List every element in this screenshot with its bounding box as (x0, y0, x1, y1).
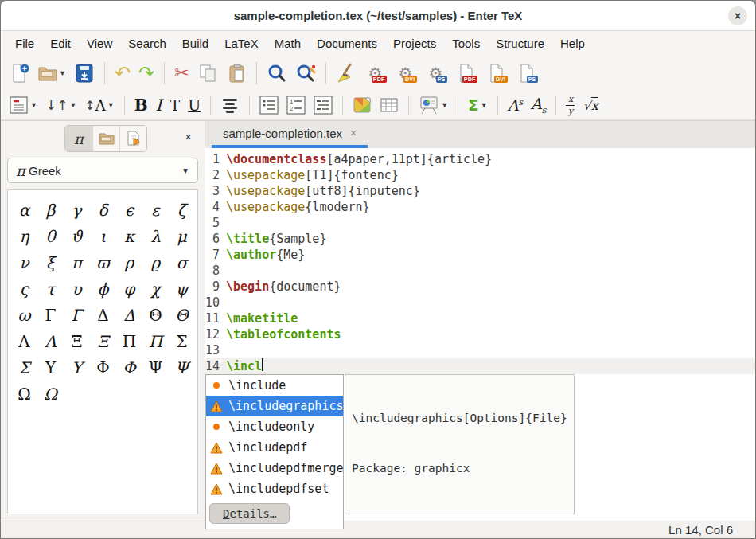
copy-button[interactable] (193, 59, 222, 88)
menu-search[interactable]: Search (120, 34, 174, 53)
find-replace-button[interactable] (291, 59, 320, 88)
greek-symbol[interactable]: Γ (37, 302, 64, 328)
view-pdf-button[interactable]: PDF (451, 59, 481, 88)
greek-symbol[interactable]: Ξ (64, 328, 90, 354)
center-align-button[interactable] (216, 93, 244, 117)
code-line-3[interactable]: 3\usepackage[utf8]{inputenc} (205, 183, 755, 199)
greek-symbol[interactable]: γ (64, 197, 90, 223)
greek-symbol[interactable]: η (11, 223, 37, 249)
greek-symbol[interactable]: Ψ (169, 354, 195, 381)
greek-symbol[interactable]: ν (11, 249, 37, 275)
menu-file[interactable]: File (7, 34, 42, 53)
sqrt-button[interactable]: √x (579, 93, 602, 117)
window-close-button[interactable]: × (728, 6, 747, 25)
menu-view[interactable]: View (79, 34, 120, 53)
sidebar-symbols-tab[interactable]: π (65, 126, 92, 151)
completion-item[interactable]: \includepdfmerge (206, 458, 343, 478)
code-line-7[interactable]: 7\author{Me} (205, 247, 755, 263)
fraction-button[interactable]: xy (562, 93, 579, 117)
code-line-12[interactable]: 12\tableofcontents (205, 326, 755, 342)
greek-symbol[interactable]: Ξ (90, 328, 116, 354)
code-line-4[interactable]: 4\usepackage{lmodern} (205, 199, 755, 215)
completion-item[interactable]: \includepdf (206, 437, 343, 458)
subscript-button[interactable]: As (527, 93, 550, 117)
code-line-5[interactable]: 5 (205, 215, 755, 231)
greek-symbol[interactable]: Θ (169, 302, 195, 328)
code-line-9[interactable]: 9\begin{document} (205, 279, 755, 295)
build-ps-button[interactable]: ⚙PS (421, 59, 451, 88)
italic-button[interactable]: I (152, 93, 166, 117)
bullet-list-button[interactable] (255, 93, 283, 117)
insert-image-button[interactable] (349, 93, 376, 117)
sidebar-files-tab[interactable] (92, 126, 119, 151)
greek-symbol[interactable]: ϱ (142, 249, 169, 275)
greek-symbol[interactable]: μ (169, 223, 195, 249)
greek-symbol[interactable]: ω (11, 302, 37, 328)
new-document-button[interactable] (6, 59, 34, 88)
greek-symbol[interactable]: π (64, 249, 90, 275)
menu-build[interactable]: Build (174, 34, 216, 53)
greek-symbol[interactable]: Σ (11, 354, 37, 381)
greek-symbol[interactable]: Φ (90, 354, 116, 381)
completion-item[interactable]: \includepdfset (206, 478, 343, 499)
sidebar-close-button[interactable]: × (185, 131, 192, 143)
editor-tab-sample-completion[interactable]: sample-completion.tex × (212, 121, 368, 148)
code-line-13[interactable]: 13 (205, 342, 755, 358)
completion-item[interactable]: \includegraphics (206, 396, 343, 416)
code-line-10[interactable]: 10 (205, 295, 755, 311)
greek-symbol[interactable]: τ (37, 275, 64, 302)
greek-symbol[interactable]: ε (142, 197, 169, 223)
greek-symbol[interactable]: ς (11, 275, 37, 302)
greek-symbol[interactable]: Γ (64, 302, 90, 328)
menu-projects[interactable]: Projects (385, 34, 444, 53)
line-updown-dropdown-button[interactable]: ↓↑▼ (41, 93, 80, 117)
tab-close-icon[interactable]: × (350, 127, 357, 139)
greek-symbol[interactable]: ϑ (64, 223, 90, 249)
greek-symbol[interactable]: ϕ (90, 275, 116, 302)
numbered-list-button[interactable]: 12 (283, 93, 310, 117)
view-ps-button[interactable]: PS (512, 59, 542, 88)
cut-button[interactable]: ✂ (170, 59, 193, 88)
greek-symbol[interactable]: Π (142, 328, 169, 354)
greek-symbol[interactable]: Υ (64, 354, 90, 381)
greek-symbol[interactable]: Υ (37, 354, 64, 381)
greek-symbol[interactable]: ϖ (90, 249, 116, 275)
greek-symbol[interactable]: Ψ (142, 354, 169, 381)
greek-symbol[interactable]: φ (116, 275, 142, 302)
description-list-button[interactable] (310, 93, 337, 117)
undo-button[interactable]: ↶ (111, 59, 134, 88)
menu-edit[interactable]: Edit (42, 34, 79, 53)
paste-button[interactable] (222, 59, 251, 88)
greek-symbol[interactable]: σ (169, 249, 195, 275)
code-line-14[interactable]: 14\incl (205, 358, 755, 374)
code-line-8[interactable]: 8 (205, 263, 755, 279)
greek-symbol[interactable]: Ω (37, 381, 64, 407)
greek-symbol[interactable]: ψ (169, 275, 195, 302)
greek-symbol[interactable]: Δ (90, 302, 116, 328)
greek-symbol[interactable]: ρ (116, 249, 142, 275)
code-line-6[interactable]: 6\title{Sample} (205, 231, 755, 247)
bold-button[interactable]: B (131, 93, 152, 117)
greek-symbol[interactable]: Φ (116, 354, 142, 381)
font-size-dropdown-button[interactable]: ↕A▼ (80, 93, 118, 117)
menu-structure[interactable]: Structure (488, 34, 552, 53)
greek-symbol[interactable]: κ (116, 223, 142, 249)
greek-symbol[interactable]: Λ (37, 328, 64, 354)
code-area[interactable]: 1\documentclass[a4paper,11pt]{article}2\… (205, 148, 755, 521)
code-line-1[interactable]: 1\documentclass[a4paper,11pt]{article} (205, 151, 755, 167)
build-dvi-button[interactable]: ⚙DVI (391, 59, 421, 88)
code-line-11[interactable]: 11\maketitle (205, 311, 755, 326)
greek-symbol[interactable]: β (37, 197, 64, 223)
build-pdf-button[interactable]: ⚙PDF (360, 59, 391, 88)
clean-broom-button[interactable] (332, 59, 360, 88)
menu-math[interactable]: Math (267, 34, 309, 53)
sigma-dropdown-button[interactable]: Σ▼ (464, 93, 492, 117)
details-button[interactable]: Details… (209, 503, 290, 524)
underline-button[interactable]: U (184, 93, 205, 117)
greek-symbol[interactable]: ξ (37, 249, 64, 275)
menu-tools[interactable]: Tools (444, 34, 488, 53)
serif-t-button[interactable]: T (166, 93, 184, 117)
greek-symbol[interactable]: Δ (116, 302, 142, 328)
greek-symbol[interactable]: δ (90, 197, 116, 223)
completion-item[interactable]: \includeonly (206, 416, 343, 437)
